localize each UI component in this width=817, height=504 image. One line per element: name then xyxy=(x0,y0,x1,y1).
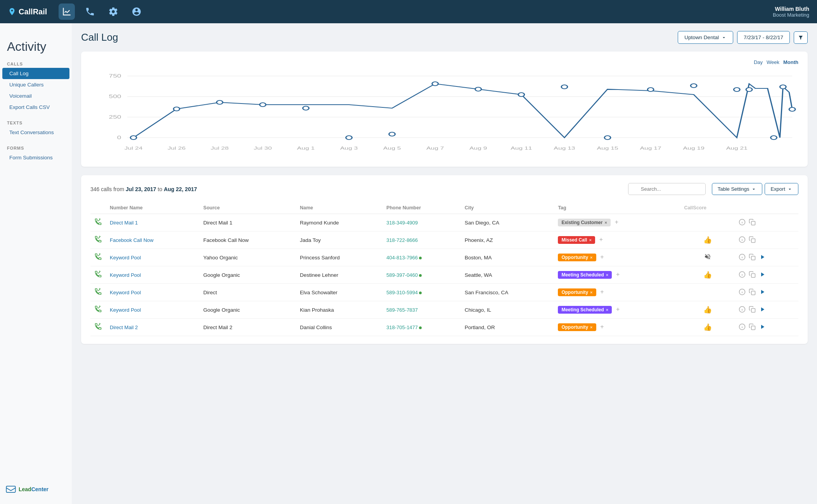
action-icons xyxy=(739,236,794,244)
chart-month-btn[interactable]: Month xyxy=(783,59,798,65)
date-filter-button[interactable]: 7/23/17 - 8/22/17 xyxy=(737,31,790,44)
tag-remove-btn[interactable]: × xyxy=(606,307,608,312)
settings-nav-btn[interactable] xyxy=(105,3,121,20)
tag-add-btn[interactable]: + xyxy=(600,254,604,260)
copy-icon[interactable] xyxy=(749,306,756,314)
tag-remove-btn[interactable]: × xyxy=(590,255,592,260)
export-chevron-icon xyxy=(787,186,793,192)
sidebar-item-voicemail[interactable]: Voicemail xyxy=(2,90,69,102)
name-cell: Raymond Kunde xyxy=(296,214,383,231)
number-name-link[interactable]: Keyword Pool xyxy=(110,307,141,313)
account-nav-btn[interactable] xyxy=(128,3,145,20)
mute-icon xyxy=(704,254,711,262)
export-button[interactable]: Export xyxy=(765,183,798,195)
play-icon[interactable] xyxy=(759,271,766,279)
svg-point-16 xyxy=(432,82,438,86)
svg-point-24 xyxy=(746,88,752,91)
action-icons-cell xyxy=(735,301,798,319)
sidebar-item-export-csv[interactable]: Export Calls CSV xyxy=(2,102,69,113)
city-cell: Boston, MA xyxy=(461,249,554,266)
svg-point-25 xyxy=(771,136,777,140)
info-icon[interactable] xyxy=(739,219,746,227)
svg-text:Jul 30: Jul 30 xyxy=(254,146,272,150)
number-name-link[interactable]: Keyword Pool xyxy=(110,290,141,295)
chart-week-btn[interactable]: Week xyxy=(767,59,779,65)
phone-link[interactable]: 318-705-1477 xyxy=(386,324,418,330)
action-icons xyxy=(739,254,794,262)
info-icon[interactable] xyxy=(739,306,746,314)
info-icon[interactable] xyxy=(739,288,746,297)
tag-remove-btn[interactable]: × xyxy=(606,273,608,277)
chevron-down-icon xyxy=(721,35,727,40)
phone-link[interactable]: 318-722-8666 xyxy=(386,237,418,243)
sidebar-section-calls: CALLS xyxy=(0,58,72,68)
play-icon[interactable] xyxy=(759,254,766,262)
search-wrap xyxy=(628,183,706,195)
tag-remove-btn[interactable]: × xyxy=(589,238,591,242)
info-icon[interactable] xyxy=(739,323,746,331)
topnav-icons xyxy=(59,3,145,20)
number-name-link[interactable]: Keyword Pool xyxy=(110,255,141,261)
analytics-icon xyxy=(62,7,72,17)
action-icons xyxy=(739,271,794,279)
svg-point-9 xyxy=(130,136,137,140)
tag-add-btn[interactable]: + xyxy=(616,306,620,312)
copy-icon[interactable] xyxy=(749,323,756,331)
number-name-link[interactable]: Keyword Pool xyxy=(110,272,141,278)
info-icon[interactable] xyxy=(739,236,746,244)
info-icon[interactable] xyxy=(739,254,746,262)
tag-add-btn[interactable]: + xyxy=(599,236,603,243)
info-icon[interactable] xyxy=(739,271,746,279)
search-input[interactable] xyxy=(628,183,706,195)
copy-icon[interactable] xyxy=(749,254,756,262)
call-icon xyxy=(94,325,102,331)
sidebar-item-text-conversations[interactable]: Text Conversations xyxy=(2,127,69,138)
tag-remove-btn[interactable]: × xyxy=(590,325,592,330)
callscore-cell: 👍 xyxy=(680,301,735,319)
copy-icon[interactable] xyxy=(749,271,756,279)
number-name-link[interactable]: Facebook Call Now xyxy=(110,237,154,243)
lead-center-icon xyxy=(5,484,16,495)
phone-link[interactable]: 589-397-0460 xyxy=(386,272,418,278)
tag-add-btn[interactable]: + xyxy=(600,288,604,295)
col-phone: Phone Number xyxy=(383,202,461,214)
copy-icon[interactable] xyxy=(749,219,756,227)
svg-text:750: 750 xyxy=(109,73,121,78)
city-cell: Chicago, IL xyxy=(461,301,554,319)
copy-icon[interactable] xyxy=(749,236,756,244)
copy-icon[interactable] xyxy=(749,288,756,297)
lead-center-link[interactable]: LeadCenter xyxy=(5,484,48,495)
tag-remove-btn[interactable]: × xyxy=(590,290,592,295)
sidebar-item-call-log[interactable]: Call Log xyxy=(2,68,69,79)
top-navigation: CallRail William Bluth Boost Marketing xyxy=(0,0,817,23)
chart-card: Day Week Month 750 500 250 0 xyxy=(81,52,808,167)
callrail-logo[interactable]: CallRail xyxy=(8,7,47,16)
analytics-nav-btn[interactable] xyxy=(59,3,75,20)
table-settings-button[interactable]: Table Settings xyxy=(712,183,763,195)
tag-add-btn[interactable]: + xyxy=(600,323,604,330)
col-number-name: Number Name xyxy=(106,202,199,214)
sidebar-item-unique-callers[interactable]: Unique Callers xyxy=(2,79,69,90)
svg-point-15 xyxy=(389,132,395,136)
svg-rect-66 xyxy=(751,308,755,312)
play-icon[interactable] xyxy=(759,323,766,331)
company-filter-button[interactable]: Uptown Dental xyxy=(678,31,733,44)
chart-day-btn[interactable]: Day xyxy=(754,59,763,65)
phone-nav-btn[interactable] xyxy=(82,3,98,20)
play-icon[interactable] xyxy=(759,288,766,297)
page-heading: Call Log xyxy=(81,31,678,43)
play-icon[interactable] xyxy=(759,306,766,314)
number-name-link[interactable]: Direct Mail 1 xyxy=(110,220,138,226)
phone-link[interactable]: 404-813-7966 xyxy=(386,255,418,261)
phone-link[interactable]: 589-310-5994 xyxy=(386,290,418,295)
number-name-link[interactable]: Direct Mail 2 xyxy=(110,324,138,330)
tag-add-btn[interactable]: + xyxy=(616,271,620,278)
tag-add-btn[interactable]: + xyxy=(615,219,618,225)
sidebar-item-form-submissions[interactable]: Form Submissions xyxy=(2,152,69,163)
filter-button[interactable] xyxy=(794,31,808,44)
sidebar-section-forms: FORMS xyxy=(0,142,72,152)
tag-remove-btn[interactable]: × xyxy=(604,220,607,225)
phone-link[interactable]: 589-765-7837 xyxy=(386,307,418,313)
svg-text:Aug 5: Aug 5 xyxy=(383,146,401,150)
phone-link[interactable]: 318-349-4909 xyxy=(386,220,418,226)
